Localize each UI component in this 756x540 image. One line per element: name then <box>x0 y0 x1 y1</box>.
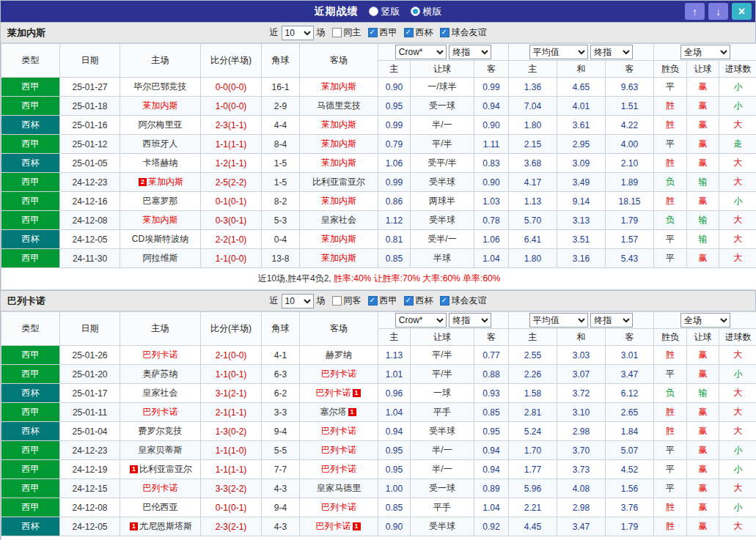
red-card-badge: 1 <box>353 522 361 530</box>
layout-horizontal-radio[interactable]: 横版 <box>411 5 442 18</box>
away-team-name: 巴列卡诺 <box>321 502 356 512</box>
league-friendly-checkbox[interactable] <box>440 296 449 306</box>
away-team-cell: 比利亚雷亚尔 <box>300 173 378 192</box>
europe-time-select[interactable]: 终指 <box>590 45 633 59</box>
home-team-name: 西班牙人 <box>143 138 178 149</box>
recent-label: 近 <box>270 26 279 39</box>
home-team-name: 卡塔赫纳 <box>143 158 178 168</box>
europe-time-select[interactable]: 终指 <box>590 313 633 328</box>
goals-result: 大 <box>719 173 756 192</box>
scroll-down-button[interactable]: ↓ <box>708 3 728 20</box>
scope-select[interactable]: 全场 <box>680 45 730 59</box>
header-top-row: 类型 日期 主场 比分(半场) 角球 客场 Crow* 终指 平均值 终指 <box>1 44 756 61</box>
games-label: 场 <box>317 295 326 307</box>
scroll-up-button[interactable]: ↑ <box>685 3 705 20</box>
europe-odds-header: 平均值 终指 <box>509 312 654 329</box>
match-result: 平 <box>654 249 687 268</box>
handicap-result: 赢 <box>687 365 719 384</box>
league-friendly-checkbox[interactable] <box>440 28 449 37</box>
league-type-badge: 西杯 <box>1 230 60 249</box>
team-section-header: 莱加内斯 近 10 场 同主 西甲 西杯 球会友谊 <box>1 22 755 43</box>
away-team-name: 巴列卡诺 <box>316 521 351 531</box>
corner-count: 1-5 <box>262 173 300 192</box>
recent-results-panel: 近期战绩 竖版 横版 ↑ ↓ × 莱加内斯 近 10 场 同主 <box>0 0 756 540</box>
radio-icon <box>411 7 420 16</box>
scope-select[interactable]: 全场 <box>680 313 730 328</box>
ah-line: 受半球 <box>411 173 474 192</box>
ah-away-odds: 0.94 <box>474 97 509 116</box>
eu-draw-odds: 9.14 <box>557 192 606 211</box>
col-type: 类型 <box>1 44 60 78</box>
away-team-cell: 皇家马德里 <box>300 479 378 498</box>
corner-count: 1-5 <box>262 154 300 173</box>
league-copa-checkbox[interactable] <box>404 28 414 37</box>
away-team-name: 莱加内斯 <box>321 119 356 130</box>
match-result: 胜 <box>654 346 687 365</box>
home-team-name: 奥萨苏纳 <box>143 369 178 379</box>
league-laliga-checkbox[interactable] <box>368 296 378 306</box>
europe-source-select[interactable]: 平均值 <box>529 313 588 328</box>
goals-result: 大 <box>719 384 756 403</box>
home-team-name: 巴列卡诺 <box>143 407 178 417</box>
ah-home-odds: 0.85 <box>378 498 411 517</box>
layout-vertical-radio[interactable]: 竖版 <box>369 5 400 18</box>
away-team-cell: 莱加内斯 <box>300 192 378 211</box>
asia-time-select[interactable]: 终指 <box>449 313 491 328</box>
games-label: 场 <box>317 26 326 39</box>
league-type-badge: 西杯 <box>1 422 60 441</box>
match-count-select[interactable]: 10 <box>282 26 314 40</box>
asia-source-select[interactable]: Crow* <box>395 313 447 328</box>
match-row: 西甲24-12-08莱加内斯0-3(0-1)5-3皇家社会1.12受半球0.78… <box>1 211 756 230</box>
league-copa-label: 西杯 <box>416 295 433 307</box>
league-type-badge: 西甲 <box>1 97 60 116</box>
eu-away-odds: 2.10 <box>606 154 654 173</box>
match-score: 0-3(0-1) <box>201 211 262 230</box>
asia-time-select[interactable]: 终指 <box>449 45 491 59</box>
home-team-name: 巴伦西亚 <box>143 502 178 512</box>
eu-draw-odds: 3.51 <box>557 230 606 249</box>
radio-icon <box>369 7 378 16</box>
corner-count: 5-5 <box>262 441 300 460</box>
eu-home-odds: 1.58 <box>509 384 557 403</box>
filter-controls: 近 10 场 同客 西甲 西杯 球会友谊 <box>270 294 487 308</box>
europe-source-select[interactable]: 平均值 <box>529 45 588 59</box>
corner-count: 4-3 <box>262 479 300 498</box>
match-count-select[interactable]: 10 <box>282 294 314 308</box>
ah-home-odds: 0.79 <box>378 135 411 154</box>
goals-result: 大 <box>719 116 756 135</box>
asia-source-select[interactable]: Crow* <box>395 45 447 59</box>
eu-draw-odds: 3.09 <box>557 154 606 173</box>
handicap-result: 赢 <box>687 154 719 173</box>
league-type-badge: 西甲 <box>1 346 60 365</box>
same-venue-label: 同主 <box>344 26 362 39</box>
match-row: 西甲24-12-08巴伦西亚0-1(0-1)9-4巴列卡诺0.85平手1.042… <box>1 498 756 517</box>
home-team-cell: 巴列卡诺 <box>120 403 201 422</box>
league-type-badge: 西甲 <box>1 460 60 479</box>
eu-draw-odds: 3.49 <box>557 173 606 192</box>
col-ah-away: 客 <box>474 61 509 78</box>
ah-home-odds: 1.06 <box>378 154 411 173</box>
league-laliga-checkbox[interactable] <box>368 28 378 37</box>
ah-away-odds: 0.90 <box>474 116 509 135</box>
home-team-cell: 西班牙人 <box>120 135 201 154</box>
goals-result: 小 <box>719 97 756 116</box>
league-copa-checkbox[interactable] <box>404 296 414 306</box>
match-score: 2-5(2-2) <box>201 173 262 192</box>
ah-line: 半/一 <box>411 441 474 460</box>
close-button[interactable]: × <box>732 3 752 20</box>
away-team-cell: 塞尔塔1 <box>300 403 378 422</box>
col-result: 胜负 <box>654 61 687 78</box>
eu-draw-odds: 3.07 <box>557 365 606 384</box>
eu-draw-odds: 3.61 <box>557 116 606 135</box>
eu-home-odds: 1.77 <box>509 460 557 479</box>
titlebar-buttons: ↑ ↓ × <box>685 3 752 20</box>
handicap-result: 输 <box>687 211 719 230</box>
scope-header: 全场 <box>654 312 756 329</box>
away-team-name: 皇家马德里 <box>317 483 361 493</box>
away-team-name: 莱加内斯 <box>321 196 356 206</box>
eu-home-odds: 7.04 <box>509 97 557 116</box>
same-venue-checkbox[interactable] <box>332 296 342 306</box>
same-venue-checkbox[interactable] <box>332 28 342 37</box>
match-row: 西杯25-01-17皇家社会3-1(2-1)6-2巴列卡诺10.96一球0.93… <box>1 384 756 403</box>
results-body: 西甲25-01-26巴列卡诺2-1(0-0)4-1赫罗纳1.13平/半0.772… <box>1 346 756 536</box>
